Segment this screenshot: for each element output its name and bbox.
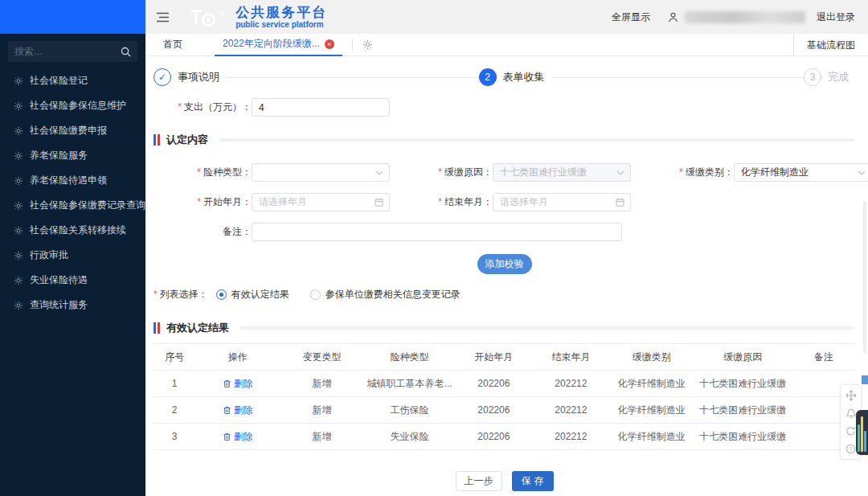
sidebar-item-6[interactable]: 社会保险关系转移接续 — [0, 218, 145, 243]
main-area: T +3 公共服务平台 public service platform 全屏显示… — [145, 0, 868, 496]
step-circle: 2 — [479, 68, 497, 86]
tab-bar: 首页 2022年定向阶段缓缴... × 基础流程图 — [145, 34, 868, 56]
section-title: 认定内容 — [166, 133, 208, 147]
field-start-month: 开始年月： 请选择年月 — [154, 193, 395, 211]
delete-button[interactable]: 删除 — [223, 377, 253, 391]
tab-divider — [352, 39, 353, 51]
section-divider — [219, 138, 855, 141]
tab-close-icon[interactable]: × — [325, 39, 334, 49]
start-month-picker[interactable]: 请选择年月 — [252, 193, 390, 211]
table-row: 2删除新增工伤保险202206202212化学纤维制造业十七类困难行业缓缴 — [154, 397, 855, 424]
sidebar-item-2[interactable]: 社会保险缴费申报 — [0, 118, 145, 143]
table-body: 1删除新增城镇职工基本养老...202206202212化学纤维制造业十七类困难… — [154, 371, 855, 450]
logout-button[interactable]: 退出登录 — [817, 10, 855, 24]
table-row: 3删除新增失业保险202206202212化学纤维制造业十七类困难行业缓缴 — [154, 424, 855, 450]
column-header: 备注 — [792, 344, 855, 371]
table-cell: 新增 — [280, 397, 364, 424]
form-content: ✓事项说明2表单收集3完成 支出（万元）： 4 认定内容 险种类型： — [145, 56, 868, 496]
section-results: 有效认定结果 — [154, 321, 855, 335]
calendar-icon — [375, 198, 383, 207]
table-cell: 202206 — [455, 371, 532, 397]
basic-flowchart-link[interactable]: 基础流程图 — [793, 34, 868, 56]
search-input[interactable]: 搜索... — [14, 45, 121, 59]
sidebar-search[interactable]: 搜索... — [8, 41, 137, 62]
top-header: T +3 公共服务平台 public service platform 全屏显示… — [145, 0, 868, 34]
column-header: 开始年月 — [455, 344, 532, 371]
sidebar-item-label: 行政审批 — [30, 248, 68, 262]
sidebar-item-label: 养老保险待遇申领 — [30, 174, 107, 187]
sidebar-item-7[interactable]: 行政审批 — [0, 243, 145, 268]
username-redacted — [685, 11, 805, 23]
tab-settings-icon[interactable] — [362, 39, 373, 50]
previous-step-button[interactable]: 上一步 — [456, 471, 502, 491]
section-bars-icon — [154, 322, 160, 334]
sidebar-item-5[interactable]: 社会保险参保缴费记录查询 — [0, 193, 145, 218]
column-header: 险种类型 — [364, 344, 455, 371]
step-3: 3完成 — [804, 68, 855, 86]
start-month-label: 开始年月： — [154, 195, 252, 209]
sidebar: 搜索... 社会保险登记社会保险参保信息维护社会保险缴费申报养老保险服务养老保险… — [0, 0, 145, 496]
extension-tab[interactable] — [862, 375, 868, 384]
fullscreen-button[interactable]: 全屏显示 — [612, 10, 650, 24]
tab-active[interactable]: 2022年定向阶段缓缴... × — [215, 34, 342, 56]
table-cell: 202206 — [455, 424, 532, 450]
table-cell: 化学纤维制造业 — [609, 397, 694, 424]
header-actions: 全屏显示 退出登录 — [612, 10, 855, 24]
sidebar-item-label: 社会保险登记 — [30, 74, 88, 88]
defer-category-select[interactable]: 化学纤维制造业 — [734, 163, 868, 182]
table-cell: 2 — [154, 397, 195, 424]
brand-title-block: 公共服务平台 public service platform — [235, 5, 327, 29]
sidebar-item-label: 社会保险参保缴费记录查询 — [30, 199, 145, 212]
sidebar-item-label: 失业保险待遇 — [30, 273, 88, 287]
list-option-radio-1[interactable]: 参保单位缴费相关信息变更记录 — [310, 288, 461, 301]
sidebar-item-label: 养老保险服务 — [30, 149, 88, 162]
table-cell: 十七类困难行业缓缴 — [694, 397, 792, 424]
sidebar-item-8[interactable]: 失业保险待遇 — [0, 268, 145, 293]
column-header: 结束年月 — [532, 344, 609, 371]
add-check-button[interactable]: 添加校验 — [477, 254, 532, 274]
table-header-row: 序号操作变更类型险种类型开始年月结束年月缓缴类别缓缴原因备注 — [154, 344, 855, 371]
search-icon[interactable] — [121, 47, 131, 57]
table-cell: 202212 — [532, 424, 609, 450]
sidebar-item-4[interactable]: 养老保险待遇申领 — [0, 168, 145, 193]
step-circle: 3 — [804, 68, 821, 86]
page-title: 公共服务平台 — [235, 5, 327, 20]
list-select-row: 列表选择： 有效认定结果参保单位缴费相关信息变更记录 — [154, 288, 855, 301]
user-icon — [668, 12, 678, 23]
table-cell: 化学纤维制造业 — [609, 424, 694, 450]
defer-category-label: 缓缴类别： — [636, 166, 734, 179]
delete-button[interactable]: 删除 — [223, 430, 253, 444]
sidebar-item-9[interactable]: 查询统计服务 — [0, 293, 145, 318]
expense-input[interactable]: 4 — [252, 98, 390, 117]
insurance-type-select[interactable] — [252, 163, 390, 182]
expense-row: 支出（万元）： 4 — [154, 98, 855, 117]
table-cell: 工伤保险 — [364, 397, 455, 424]
radio-label: 参保单位缴费相关信息变更记录 — [326, 288, 461, 301]
sidebar-item-1[interactable]: 社会保险参保信息维护 — [0, 93, 145, 118]
list-option-radio-0[interactable]: 有效认定结果 — [216, 288, 289, 301]
defer-reason-label: 缓缴原因： — [395, 166, 493, 179]
save-button[interactable]: 保 存 — [512, 471, 554, 491]
move-icon[interactable] — [842, 387, 859, 404]
fields-row-1: 险种类型： 缓缴原因： 十七类困难行业缓缴 缓缴类别： — [154, 163, 855, 182]
extension-widget[interactable] — [856, 410, 868, 455]
platform-logo: T +3 — [190, 5, 224, 30]
sidebar-item-0[interactable]: 社会保险登记 — [0, 68, 145, 93]
list-select-label: 列表选择： — [154, 288, 208, 301]
step-2: 2表单收集 — [479, 68, 551, 86]
chevron-down-icon — [858, 170, 866, 175]
end-month-picker[interactable]: 请选择年月 — [493, 193, 631, 211]
scrollbar-thumb[interactable] — [863, 201, 866, 354]
tab-home[interactable]: 首页 — [163, 38, 182, 51]
delete-label: 删除 — [234, 377, 253, 391]
column-header: 缓缴原因 — [694, 344, 792, 371]
sidebar-item-label: 社会保险关系转移接续 — [30, 223, 126, 237]
table-cell: 城镇职工基本养老... — [364, 371, 455, 397]
step-1: ✓事项说明 — [154, 68, 226, 86]
table-cell: 化学纤维制造业 — [609, 371, 694, 397]
remark-input[interactable] — [252, 223, 622, 241]
section-bars-icon — [154, 134, 160, 146]
delete-button[interactable]: 删除 — [223, 404, 253, 417]
collapse-menu-icon[interactable] — [157, 12, 169, 23]
sidebar-item-3[interactable]: 养老保险服务 — [0, 143, 145, 168]
